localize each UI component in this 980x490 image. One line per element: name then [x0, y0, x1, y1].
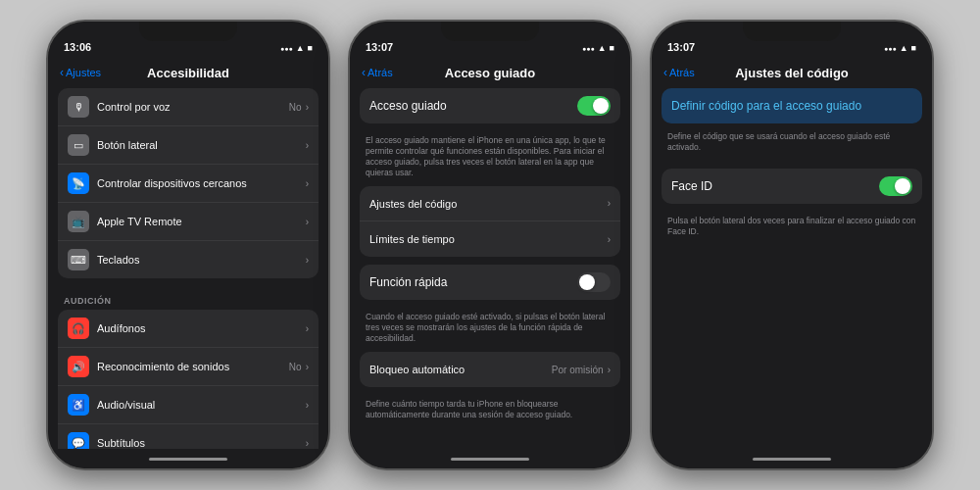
row-faceid[interactable]: Face ID	[662, 169, 922, 204]
bottom-bar-2	[350, 449, 630, 468]
home-indicator-2	[451, 458, 529, 461]
status-icons-1: ●●● ▲ ■	[280, 43, 313, 53]
phones-container: 13:06 ●●● ▲ ■ ‹ Ajustes Accesibilidad 🎙	[0, 0, 980, 490]
section-audio: AUDICIÓN	[58, 286, 318, 310]
group-highlight: Definir código para el acceso guiado	[662, 88, 922, 123]
icon-reconocimiento: 🔊	[68, 356, 89, 377]
row-audifonos[interactable]: 🎧 Audífonos ›	[58, 310, 318, 348]
row-control-voz[interactable]: 🎙 Control por voz No ›	[58, 88, 318, 126]
row-acceso-guiado-toggle[interactable]: Acceso guiado	[360, 88, 620, 123]
group-faceid: Face ID	[662, 169, 922, 204]
nav-title-3: Ajustes del código	[735, 66, 849, 80]
content-3: Definir código para el acceso guiado Def…	[652, 88, 932, 449]
group-acceso-toggle: Acceso guiado	[360, 88, 620, 123]
back-button-3[interactable]: ‹ Atrás	[663, 66, 695, 79]
faceid-toggle[interactable]	[879, 176, 912, 196]
icon-apple-tv: 📺	[68, 211, 89, 232]
acceso-guiado-toggle[interactable]	[577, 96, 611, 116]
row-subtitulos[interactable]: 💬 Subtítulos ›	[58, 424, 318, 449]
nav-title-1: Accesibilidad	[147, 66, 229, 80]
highlight-desc: Define el código que se usará cuando el …	[662, 127, 922, 161]
content-1: 🎙 Control por voz No › ▭ Botón lateral ›…	[48, 88, 328, 449]
group-audio: 🎧 Audífonos › 🔊 Reconocimiento de sonido…	[58, 310, 318, 449]
phone-3: 13:07 ●●● ▲ ■ ‹ Atrás Ajustes del código…	[650, 20, 934, 470]
home-indicator-1	[149, 458, 227, 461]
bottom-bar-1	[48, 449, 328, 468]
icon-teclados: ⌨	[68, 249, 89, 270]
back-button-1[interactable]: ‹ Ajustes	[60, 66, 101, 79]
row-boton-lateral[interactable]: ▭ Botón lateral ›	[58, 126, 318, 165]
group-bloqueo: Bloqueo automático Por omisión ›	[360, 352, 620, 387]
icon-audio-visual: ♿	[68, 394, 89, 416]
row-bloqueo-auto[interactable]: Bloqueo automático Por omisión ›	[360, 352, 620, 387]
time-2: 13:07	[366, 41, 393, 53]
icon-boton-lateral: ▭	[68, 134, 89, 156]
notch-1	[139, 22, 237, 41]
row-funcion-rapida-toggle[interactable]: Función rápida	[360, 265, 620, 300]
group-main-1: 🎙 Control por voz No › ▭ Botón lateral ›…	[58, 88, 318, 278]
row-definir-codigo[interactable]: Definir código para el acceso guiado	[662, 88, 922, 123]
content-2: Acceso guiado El acceso guiado mantiene …	[350, 88, 630, 449]
row-limites-tiempo[interactable]: Límites de tiempo ›	[360, 221, 620, 257]
icon-subtitulos: 💬	[68, 432, 89, 449]
group-codigo: Ajustes del código › Límites de tiempo ›	[360, 186, 620, 257]
time-3: 13:07	[667, 41, 695, 53]
time-1: 13:06	[64, 41, 91, 53]
icon-control-voz: 🎙	[68, 96, 89, 118]
row-apple-tv[interactable]: 📺 Apple TV Remote ›	[58, 203, 318, 241]
home-indicator-3	[753, 458, 831, 461]
status-icons-2: ●●● ▲ ■	[582, 43, 614, 53]
bottom-bar-3	[652, 449, 932, 468]
status-icons-3: ●●● ▲ ■	[884, 43, 916, 53]
nav-title-2: Acceso guiado	[445, 66, 535, 80]
funcion-rapida-toggle[interactable]	[577, 272, 611, 292]
nav-bar-2: ‹ Atrás Acceso guiado	[350, 57, 630, 88]
phone-1: 13:06 ●●● ▲ ■ ‹ Ajustes Accesibilidad 🎙	[46, 20, 330, 470]
row-reconocimiento[interactable]: 🔊 Reconocimiento de sonidos No ›	[58, 348, 318, 386]
row-teclados[interactable]: ⌨ Teclados ›	[58, 241, 318, 278]
icon-audifonos: 🎧	[68, 318, 89, 339]
notch-2	[441, 22, 539, 41]
acceso-guiado-desc: El acceso guiado mantiene el iPhone en u…	[360, 131, 620, 186]
nav-bar-3: ‹ Atrás Ajustes del código	[652, 57, 932, 88]
rapida-desc: Cuando el acceso guiado esté activado, s…	[360, 308, 620, 352]
nav-bar-1: ‹ Ajustes Accesibilidad	[48, 57, 328, 88]
row-audio-visual[interactable]: ♿ Audio/visual ›	[58, 386, 318, 424]
row-ajustes-codigo[interactable]: Ajustes del código ›	[360, 186, 620, 221]
signal-1: ●●●	[280, 45, 293, 52]
notch-3	[743, 22, 841, 41]
bloqueo-desc: Define cuánto tiempo tarda tu iPhone en …	[360, 395, 620, 428]
row-controlar-disp[interactable]: 📡 Controlar dispositivos cercanos ›	[58, 165, 318, 203]
battery-1: ■	[308, 43, 313, 53]
icon-controlar-disp: 📡	[68, 172, 89, 194]
group-rapida: Función rápida	[360, 265, 620, 300]
faceid-desc: Pulsa el botón lateral dos veces para fi…	[662, 212, 922, 245]
back-button-2[interactable]: ‹ Atrás	[362, 66, 393, 79]
phone-2: 13:07 ●●● ▲ ■ ‹ Atrás Acceso guiado Acce…	[348, 20, 632, 470]
wifi-1: ▲	[296, 43, 305, 53]
